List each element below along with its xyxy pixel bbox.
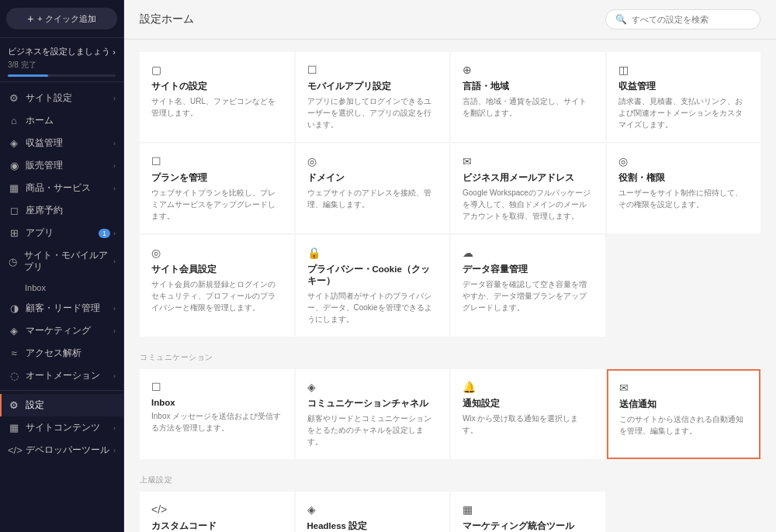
advanced-settings-grid: </> カスタムコード サイトの見出し、または本文にカスタムコードスニペットを追… (140, 492, 760, 532)
chevron-icon: › (113, 185, 116, 192)
chevron-icon: › (113, 95, 116, 102)
chevron-icon: › (113, 47, 116, 57)
card-desc: 請求書、見積書、支払いリンク、および関連オートメーションをカスタマイズします。 (618, 95, 750, 130)
settings-icon: ⚙ (8, 399, 20, 411)
card-icon: ◎ (618, 155, 750, 168)
sales-icon: ◉ (8, 160, 20, 171)
dev-tools-icon: </> (8, 444, 20, 456)
advanced-section-label: 上級設定 (140, 475, 760, 485)
card-site-settings[interactable]: ▢ サイトの設定 サイト名、URL、ファビコンなどを管理します。 (140, 52, 294, 142)
card-title: プランを管理 (151, 172, 282, 184)
chevron-icon: › (113, 257, 116, 265)
sidebar-item-products[interactable]: ▦商品・サービス › (0, 177, 123, 199)
content-header: 設定ホーム 🔍 (124, 0, 776, 40)
card-desc: Inbox メッセージを送信および受信する方法を管理します。 (151, 410, 282, 434)
card-title: Headless 設定 (307, 520, 438, 532)
products-icon: ▦ (8, 182, 20, 194)
card-language-region[interactable]: ⊕ 言語・地域 言語、地域・通貨を設定し、サイトを翻訳します。 (451, 52, 605, 142)
analytics-icon: ≈ (8, 347, 20, 359)
automation-icon: ◌ (8, 370, 20, 382)
card-data-storage[interactable]: ☁ データ容量管理 データ容量を確認して空き容量を増やすか、データ増量プランをア… (451, 235, 605, 337)
sidebar-item-analytics[interactable]: ≈アクセス解析 (0, 342, 123, 364)
card-site-members[interactable]: ◎ サイト会員設定 サイト会員の新規登録とログインのセキュリティ、プロフィールの… (140, 235, 294, 337)
sidebar-item-marketing[interactable]: ◈マーケティング › (0, 320, 123, 342)
card-title: モバイルアプリ設定 (307, 81, 438, 92)
business-setup-title[interactable]: ビジネスを設定しましょう › (8, 46, 116, 57)
sidebar-item-site-content[interactable]: ▦サイトコンテンツ › (0, 416, 123, 439)
sidebar-item-apps[interactable]: ⊞アプリ 1 › (0, 222, 123, 244)
nav-section: ⚙サイト設定 › ⌂ホーム ◈収益管理 › ◉販売管理 › ▦商品・サービス ›… (0, 82, 123, 532)
card-headless[interactable]: ◈ Headless 設定 OAuth アプリを使用して Wix で認証し、あら… (296, 492, 450, 532)
card-title: コミュニケーションチャネル (307, 398, 438, 409)
business-progress-text: 3/8 完了 (8, 60, 116, 71)
revenue-icon: ◈ (8, 137, 20, 149)
main-content: 設定ホーム 🔍 ▢ サイトの設定 サイト名、URL、ファビコンなどを管理します。… (124, 0, 776, 532)
sidebar-item-reservations[interactable]: ◻座席予約 (0, 199, 123, 222)
chevron-icon: › (113, 162, 116, 170)
reservations-icon: ◻ (8, 205, 20, 216)
card-mobile-app[interactable]: ☐ モバイルアプリ設定 アプリに参加してログインできるユーザーを選択し、アプリの… (296, 52, 450, 142)
sidebar-item-site-settings[interactable]: ⚙サイト設定 › (0, 87, 123, 109)
sidebar-item-customers[interactable]: ◑顧客・リード管理 › (0, 297, 123, 320)
card-desc: サイト訪問者がサイトのプライバシー、データ、Cookieを管理できるようにします… (307, 290, 438, 325)
card-icon: ◈ (307, 381, 438, 393)
card-title: プライバシー・Cookie（クッキー） (307, 264, 438, 287)
card-title: データ容量管理 (462, 264, 594, 275)
chevron-icon: › (113, 230, 116, 237)
apps-icon: ⊞ (8, 227, 20, 239)
card-notification[interactable]: 🔔 通知設定 Wix から受け取る通知を選択します。 (451, 369, 605, 459)
sidebar-item-sales[interactable]: ◉販売管理 › (0, 154, 123, 177)
card-icon: ✉ (619, 382, 749, 394)
card-revenue[interactable]: ◫ 収益管理 請求書、見積書、支払いリンク、および関連オートメーションをカスタマ… (607, 52, 761, 142)
card-desc: サイト名、URL、ファビコンなどを管理します。 (151, 95, 282, 119)
search-icon: 🔍 (615, 14, 627, 25)
sidebar: + + クイック追加 ビジネスを設定しましょう › 3/8 完了 ⚙サイト設定 … (0, 0, 124, 532)
site-mobile-icon: ◷ (8, 256, 19, 268)
search-input[interactable] (632, 15, 750, 24)
sidebar-item-settings[interactable]: ⚙設定 (0, 394, 123, 416)
card-icon: ◎ (151, 247, 282, 259)
sidebar-item-dev-tools[interactable]: </>デベロッパーツール › (0, 439, 123, 461)
card-icon: 🔔 (462, 381, 594, 393)
chevron-icon: › (113, 424, 116, 432)
sidebar-item-automation[interactable]: ◌オートメーション › (0, 364, 123, 387)
progress-bar-container (8, 74, 116, 77)
card-icon: </> (151, 503, 282, 516)
card-icon: ☐ (151, 155, 282, 168)
card-marketing-tools[interactable]: ▦ マーケティング統合ツール 各種マーケティングツールを接続して、あなたのサイト… (451, 492, 605, 532)
card-desc: サイト会員の新規登録とログインのセキュリティ、プロフィールのプライバシーと権限を… (151, 278, 282, 313)
card-title: 言語・地域 (462, 81, 594, 92)
card-send-notification[interactable]: ✉ 送信通知 このサイトから送信される自動通知を管理、編集します。 (607, 369, 761, 459)
card-title: 通知設定 (462, 398, 594, 409)
card-comm-channel[interactable]: ◈ コミュニケーションチャネル 顧客やリードとコミュニケーションをとるためのチャ… (296, 369, 450, 459)
chevron-icon: › (113, 447, 116, 454)
card-roles-perms[interactable]: ◎ 役割・権限 ユーザーをサイト制作に招待して、その権限を設定します。 (607, 143, 761, 233)
card-custom-code[interactable]: </> カスタムコード サイトの見出し、または本文にカスタムコードスニペットを追… (140, 492, 294, 532)
card-business-email[interactable]: ✉ ビジネス用メールアドレス Google Workspaceのフルパッケージを… (451, 143, 605, 233)
card-title: 送信通知 (619, 399, 749, 410)
plus-icon: + (27, 12, 33, 25)
card-icon: ✉ (462, 155, 594, 168)
settings-icon: ⚙ (8, 92, 20, 104)
card-icon: ▦ (462, 503, 594, 516)
card-inbox[interactable]: ☐ Inbox Inbox メッセージを送信および受信する方法を管理します。 (140, 369, 294, 459)
card-desc: ウェブサイトプランを比較し、プレミアムサービスをアップグレードします。 (151, 187, 282, 222)
sidebar-item-revenue[interactable]: ◈収益管理 › (0, 132, 123, 154)
card-title: サイトの設定 (151, 81, 282, 92)
card-plan-manage[interactable]: ☐ プランを管理 ウェブサイトプランを比較し、プレミアムサービスをアップグレード… (140, 143, 294, 233)
card-privacy-cookie[interactable]: 🔒 プライバシー・Cookie（クッキー） サイト訪問者がサイトのプライバシー、… (296, 235, 450, 337)
card-domain[interactable]: ◎ ドメイン ウェブサイトのアドレスを接続、管理、編集します。 (296, 143, 450, 233)
chevron-icon: › (113, 140, 116, 147)
card-title: ビジネス用メールアドレス (462, 172, 594, 184)
sidebar-item-site-mobile[interactable]: ◷サイト・モバイルアプリ › (0, 244, 123, 278)
quick-add-button[interactable]: + + クイック追加 (6, 8, 117, 29)
card-icon: ⊕ (462, 64, 594, 76)
chevron-icon: › (113, 305, 116, 313)
card-desc: Wix から受け取る通知を選択します。 (462, 413, 594, 436)
chevron-icon: › (113, 327, 116, 335)
apps-badge: 1 (99, 229, 110, 238)
sidebar-item-home[interactable]: ⌂ホーム (0, 109, 123, 132)
business-setup-section: ビジネスを設定しましょう › 3/8 完了 (0, 38, 123, 82)
communication-section-label: コミュニケーション (140, 352, 760, 363)
sidebar-item-inbox[interactable]: Inbox (0, 278, 123, 297)
